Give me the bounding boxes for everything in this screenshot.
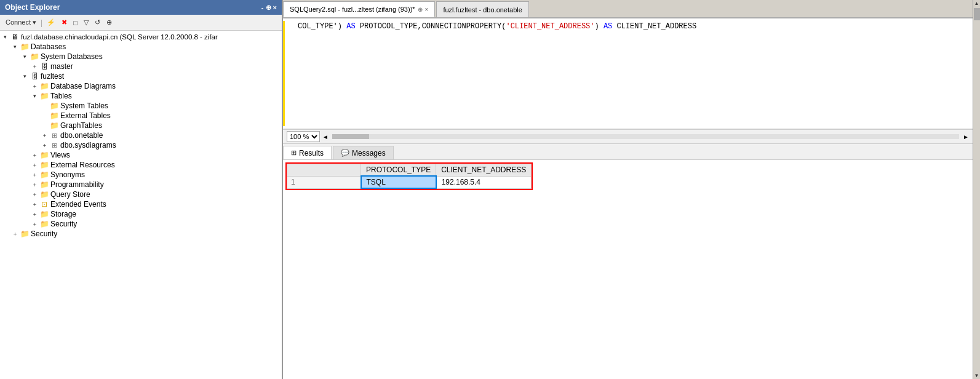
scroll-up-arrow[interactable]: ▲ bbox=[974, 0, 980, 7]
stop-button[interactable]: ✖ bbox=[60, 18, 69, 27]
tables-label: Tables bbox=[49, 92, 72, 100]
results-tab-label: Results bbox=[299, 149, 324, 158]
results-tab-messages[interactable]: 💬 Messages bbox=[333, 146, 394, 159]
sql-keyword-as2: AS bbox=[604, 22, 612, 31]
tab-onetable-label: fuzl.fuzltest - dbo.onetable bbox=[443, 6, 522, 14]
expander-extended-events[interactable]: ＋ bbox=[30, 201, 39, 209]
expander-db-diagrams[interactable]: ＋ bbox=[30, 82, 39, 90]
sql-text-part1: COL_TYPE') bbox=[298, 22, 346, 31]
tree-item-external-tables[interactable]: 📁 External Tables bbox=[0, 111, 282, 121]
scroll-down-arrow[interactable]: ▼ bbox=[974, 372, 980, 379]
programmability-label: Programmability bbox=[49, 180, 104, 189]
tab-onetable[interactable]: fuzl.fuzltest - dbo.onetable bbox=[436, 1, 528, 17]
col-header-protocol-type[interactable]: PROTOCOL_TYPE bbox=[361, 164, 436, 177]
row-num-header bbox=[287, 164, 361, 177]
cell-client-net-address-1[interactable]: 192.168.5.4 bbox=[436, 176, 532, 188]
folder-icon-databases: 📁 bbox=[20, 42, 30, 51]
query-store-label: Query Store bbox=[49, 190, 90, 199]
scroll-right-arrow[interactable]: ► bbox=[963, 134, 969, 140]
tree-item-query-store[interactable]: ＋ 📁 Query Store bbox=[0, 190, 282, 199]
db-diagrams-label: Database Diagrams bbox=[49, 82, 116, 90]
expander-security-outer[interactable]: ＋ bbox=[10, 230, 20, 238]
zoom-select[interactable]: 100 % 75 % 150 % bbox=[287, 131, 320, 142]
folder-icon-synonyms: 📁 bbox=[39, 170, 49, 179]
external-tables-label: External Tables bbox=[59, 111, 111, 120]
tree-item-dbo-onetable[interactable]: ＋ ⊞ dbo.onetable bbox=[0, 130, 282, 140]
tree-item-master[interactable]: ＋ 🗄 master bbox=[0, 62, 282, 71]
expander-synonyms[interactable]: ＋ bbox=[30, 171, 39, 179]
tree-item-external-resources[interactable]: ＋ 📁 External Resources bbox=[0, 160, 282, 170]
expander-programmability[interactable]: ＋ bbox=[30, 181, 39, 189]
connect-button[interactable]: Connect ▾ bbox=[4, 18, 38, 27]
sync-button[interactable]: ↺ bbox=[93, 18, 102, 27]
expander-storage[interactable]: ＋ bbox=[30, 210, 39, 218]
table-row: 1 TSQL 192.168.5.4 bbox=[287, 176, 532, 188]
new-query-button[interactable]: □ bbox=[71, 18, 79, 27]
databases-label: Databases bbox=[30, 42, 66, 51]
expander-fuzltest[interactable]: ▾ bbox=[20, 73, 30, 79]
expander-views[interactable]: ＋ bbox=[30, 151, 39, 159]
tree-item-system-tables[interactable]: 📁 System Tables bbox=[0, 101, 282, 111]
expander-server[interactable]: ▾ bbox=[0, 34, 10, 40]
folder-icon-tables: 📁 bbox=[39, 92, 49, 100]
grid-icon: ⊞ bbox=[291, 149, 297, 157]
expander-master[interactable]: ＋ bbox=[30, 63, 39, 71]
tree-item-synonyms[interactable]: ＋ 📁 Synonyms bbox=[0, 170, 282, 180]
results-grid: PROTOCOL_TYPE CLIENT_NET_ADDRESS 1 TSQL … bbox=[287, 164, 532, 189]
dbo-onetable-label: dbo.onetable bbox=[59, 131, 103, 140]
expander-system-dbs[interactable]: ▾ bbox=[20, 54, 30, 60]
sql-editor[interactable]: COL_TYPE') AS PROTOCOL_TYPE,CONNECTIONPR… bbox=[283, 18, 973, 129]
tree-item-views[interactable]: ＋ 📁 Views bbox=[0, 150, 282, 160]
folder-icon-system-tables: 📁 bbox=[49, 102, 59, 110]
tab-query2[interactable]: SQLQuery2.sql - fuzl...zltest (zifang (9… bbox=[283, 1, 435, 17]
folder-icon-query-store: 📁 bbox=[39, 190, 49, 199]
extended-events-label: Extended Events bbox=[49, 200, 106, 209]
system-dbs-label: System Databases bbox=[39, 52, 103, 61]
tree-item-fuzltest[interactable]: ▾ 🗄 fuzltest bbox=[0, 71, 282, 81]
expander-dbo-sysdiagrams[interactable]: ＋ bbox=[39, 142, 49, 150]
expander-databases[interactable]: ▾ bbox=[10, 44, 20, 50]
tree-item-system-dbs[interactable]: ▾ 📁 System Databases bbox=[0, 52, 282, 62]
tree-item-storage[interactable]: ＋ 📁 Storage bbox=[0, 209, 282, 219]
refresh-button[interactable]: ⚡ bbox=[45, 18, 57, 27]
pin-icon[interactable]: - ⊕ × bbox=[261, 4, 277, 12]
sql-text-part2: PROTOCOL_TYPE,CONNECTIONPROPERTY( bbox=[356, 22, 506, 31]
tree-item-db-diagrams[interactable]: ＋ 📁 Database Diagrams bbox=[0, 81, 282, 91]
tree-item-security-inner[interactable]: ＋ 📁 Security bbox=[0, 219, 282, 229]
folder-icon-external-resources: 📁 bbox=[39, 161, 49, 169]
right-panel: SQLQuery2.sql - fuzl...zltest (zifang (9… bbox=[283, 0, 973, 379]
vertical-scrollbar[interactable]: ▲ ▼ bbox=[973, 0, 980, 379]
db-icon-master: 🗄 bbox=[39, 62, 49, 71]
cell-protocol-type-1[interactable]: TSQL bbox=[361, 176, 436, 188]
expander-query-store[interactable]: ＋ bbox=[30, 191, 39, 199]
storage-label: Storage bbox=[49, 210, 76, 218]
graph-tables-label: GraphTables bbox=[59, 121, 102, 130]
table-icon-dbo-onetable: ⊞ bbox=[49, 131, 59, 140]
scroll-left-arrow[interactable]: ◄ bbox=[322, 134, 329, 140]
expander-dbo-onetable[interactable]: ＋ bbox=[39, 132, 49, 140]
security-inner-label: Security bbox=[49, 220, 77, 228]
tabs-bar: SQLQuery2.sql - fuzl...zltest (zifang (9… bbox=[283, 0, 973, 18]
results-tab-results[interactable]: ⊞ Results bbox=[283, 146, 332, 159]
expander-security-inner[interactable]: ＋ bbox=[30, 220, 39, 228]
scrollbar-thumb[interactable] bbox=[974, 8, 980, 20]
pin-icon-tab[interactable]: ⊕ bbox=[418, 6, 423, 13]
master-label: master bbox=[49, 62, 73, 71]
tree-item-dbo-sysdiagrams[interactable]: ＋ ⊞ dbo.sysdiagrams bbox=[0, 140, 282, 150]
close-icon-tab1[interactable]: × bbox=[425, 6, 429, 13]
add-button[interactable]: ⊕ bbox=[105, 18, 114, 27]
tree-item-extended-events[interactable]: ＋ ⊡ Extended Events bbox=[0, 199, 282, 209]
sql-text-part4: CLIENT_NET_ADDRESS bbox=[612, 22, 696, 31]
tree-item-graph-tables[interactable]: 📁 GraphTables bbox=[0, 121, 282, 130]
tree-item-tables[interactable]: ▾ 📁 Tables bbox=[0, 91, 282, 101]
tree-item-programmability[interactable]: ＋ 📁 Programmability bbox=[0, 180, 282, 190]
filter-button[interactable]: ▽ bbox=[82, 18, 90, 27]
tree-item-server[interactable]: ▾ 🖥 fuzl.database.chinacloudapi.cn (SQL … bbox=[0, 32, 282, 42]
col-header-client-net-address[interactable]: CLIENT_NET_ADDRESS bbox=[436, 164, 532, 177]
expander-tables[interactable]: ▾ bbox=[30, 93, 39, 99]
sql-keyword-as1: AS bbox=[346, 22, 355, 31]
expander-external-resources[interactable]: ＋ bbox=[30, 161, 39, 169]
server-label: fuzl.database.chinacloudapi.cn (SQL Serv… bbox=[20, 33, 218, 41]
tree-item-databases[interactable]: ▾ 📁 Databases bbox=[0, 42, 282, 52]
tree-item-security-outer[interactable]: ＋ 📁 Security bbox=[0, 229, 282, 239]
